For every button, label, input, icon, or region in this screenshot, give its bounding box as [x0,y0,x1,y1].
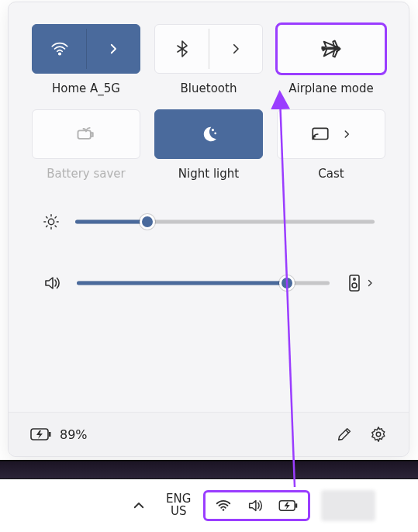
edit-icon[interactable] [336,426,353,443]
svg-rect-12 [49,432,51,437]
chevron-right-icon [229,42,243,56]
airplane-mode-label: Airplane mode [288,81,374,95]
svg-rect-5 [313,128,328,139]
bluetooth-icon [173,40,192,58]
svg-point-10 [352,283,357,288]
wifi-toggle[interactable] [33,25,86,73]
wifi-tile[interactable] [32,24,140,74]
wifi-icon [50,39,70,59]
svg-point-4 [215,133,216,134]
wifi-icon [215,497,232,514]
bluetooth-expand[interactable] [209,25,262,73]
svg-point-3 [212,130,213,131]
cast-label: Cast [318,167,344,181]
brightness-icon [43,213,60,230]
brightness-slider[interactable] [75,216,375,228]
volume-icon [246,497,264,514]
battery-saver-label: Battery saver [47,167,126,181]
svg-rect-1 [78,130,91,139]
battery-saver-icon [75,123,97,145]
battery-charging-icon [278,499,299,513]
svg-point-7 [48,219,54,224]
taskbar: ENG US [0,479,418,532]
svg-rect-2 [91,133,92,136]
svg-point-14 [223,509,225,511]
clock-area-blurred [321,490,375,521]
chevron-right-icon [365,278,375,288]
chevron-right-icon [341,129,352,140]
quick-tiles-grid: Home A_5G Bluetooth [9,2,409,187]
bluetooth-label: Bluetooth [181,81,237,95]
audio-output-button[interactable] [348,274,375,292]
svg-point-6 [313,137,314,139]
battery-charging-icon [30,427,52,442]
bluetooth-tile[interactable] [154,24,263,74]
settings-icon[interactable] [370,426,387,443]
airplane-mode-tile[interactable] [277,24,385,74]
quick-settings-panel: Home A_5G Bluetooth [8,2,409,457]
tray-overflow-button[interactable] [132,499,146,513]
battery-percent: 89% [60,427,88,442]
bluetooth-toggle[interactable] [155,25,209,73]
svg-point-13 [376,432,381,437]
wifi-expand[interactable] [86,25,140,73]
system-tray[interactable] [203,490,310,521]
svg-rect-16 [295,503,297,507]
battery-saver-tile [32,109,140,159]
svg-point-9 [354,278,355,280]
battery-status[interactable]: 89% [30,427,88,442]
night-light-icon [199,124,219,144]
speaker-device-icon [348,274,362,292]
volume-icon [43,274,61,292]
svg-point-0 [58,53,60,55]
night-light-label: Night light [178,167,239,181]
wifi-label: Home A_5G [52,81,120,95]
cast-tile[interactable] [277,109,385,159]
desktop-background-strip [0,460,418,479]
language-bottom: US [166,506,191,518]
panel-footer: 89% [9,412,409,456]
night-light-tile[interactable] [154,109,263,159]
volume-slider[interactable] [77,277,330,289]
language-indicator[interactable]: ENG US [166,493,191,518]
airplane-icon [320,38,342,60]
chevron-right-icon [106,42,120,56]
cast-icon [310,124,330,144]
